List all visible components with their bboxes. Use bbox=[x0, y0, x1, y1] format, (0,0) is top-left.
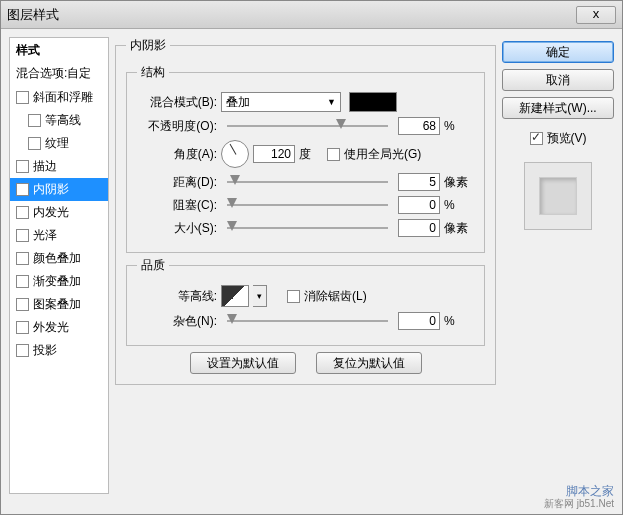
noise-unit: % bbox=[444, 314, 474, 328]
sidebar-item-6[interactable]: 光泽 bbox=[10, 224, 108, 247]
styles-sidebar: 样式 混合选项:自定 斜面和浮雕等高线纹理描边内阴影内发光光泽颜色叠加渐变叠加图… bbox=[9, 37, 109, 494]
close-button[interactable]: x bbox=[576, 6, 616, 24]
sidebar-label-5: 内发光 bbox=[33, 204, 69, 221]
preview-swatch bbox=[539, 177, 577, 215]
distance-slider[interactable] bbox=[227, 175, 388, 189]
structure-fieldset: 结构 混合模式(B): 叠加 不透明度(O): 68 % 角度(A): bbox=[126, 64, 485, 253]
sidebar-label-1: 等高线 bbox=[45, 112, 81, 129]
opacity-slider[interactable] bbox=[227, 119, 388, 133]
sidebar-label-8: 渐变叠加 bbox=[33, 273, 81, 290]
sidebar-header: 样式 bbox=[10, 38, 108, 63]
sidebar-item-5[interactable]: 内发光 bbox=[10, 201, 108, 224]
sidebar-checkbox-11[interactable] bbox=[16, 344, 29, 357]
preview-checkbox[interactable] bbox=[530, 132, 543, 145]
sidebar-label-3: 描边 bbox=[33, 158, 57, 175]
sidebar-checkbox-4[interactable] bbox=[16, 183, 29, 196]
sidebar-checkbox-10[interactable] bbox=[16, 321, 29, 334]
sidebar-item-3[interactable]: 描边 bbox=[10, 155, 108, 178]
main-fieldset: 内阴影 结构 混合模式(B): 叠加 不透明度(O): 68 % bbox=[115, 37, 496, 385]
distance-input[interactable]: 5 bbox=[398, 173, 440, 191]
contour-picker[interactable] bbox=[221, 285, 249, 307]
quality-fieldset: 品质 等高线: 消除锯齿(L) 杂色(N): 0 % bbox=[126, 257, 485, 346]
watermark: 脚本之家 新客网 jb51.Net bbox=[544, 484, 614, 510]
size-input[interactable]: 0 bbox=[398, 219, 440, 237]
blendmode-label: 混合模式(B): bbox=[137, 94, 217, 111]
sidebar-checkbox-9[interactable] bbox=[16, 298, 29, 311]
sidebar-item-2[interactable]: 纹理 bbox=[10, 132, 108, 155]
global-light-label: 使用全局光(G) bbox=[344, 146, 421, 163]
right-panel: 确定 取消 新建样式(W)... 预览(V) bbox=[502, 37, 614, 494]
sidebar-label-11: 投影 bbox=[33, 342, 57, 359]
sidebar-item-1[interactable]: 等高线 bbox=[10, 109, 108, 132]
choke-input[interactable]: 0 bbox=[398, 196, 440, 214]
sidebar-item-9[interactable]: 图案叠加 bbox=[10, 293, 108, 316]
cancel-button[interactable]: 取消 bbox=[502, 69, 614, 91]
sidebar-item-10[interactable]: 外发光 bbox=[10, 316, 108, 339]
size-label: 大小(S): bbox=[137, 220, 217, 237]
sidebar-item-4[interactable]: 内阴影 bbox=[10, 178, 108, 201]
window-title: 图层样式 bbox=[7, 6, 576, 24]
sidebar-label-4: 内阴影 bbox=[33, 181, 69, 198]
sidebar-checkbox-1[interactable] bbox=[28, 114, 41, 127]
size-unit: 像素 bbox=[444, 220, 474, 237]
blending-options[interactable]: 混合选项:自定 bbox=[10, 63, 108, 86]
sidebar-label-9: 图案叠加 bbox=[33, 296, 81, 313]
opacity-label: 不透明度(O): bbox=[137, 118, 217, 135]
choke-label: 阻塞(C): bbox=[137, 197, 217, 214]
ok-button[interactable]: 确定 bbox=[502, 41, 614, 63]
antialias-label: 消除锯齿(L) bbox=[304, 288, 367, 305]
size-slider[interactable] bbox=[227, 221, 388, 235]
panel-title: 内阴影 bbox=[126, 37, 170, 54]
preview-box bbox=[524, 162, 592, 230]
structure-legend: 结构 bbox=[137, 64, 169, 81]
antialias-checkbox[interactable] bbox=[287, 290, 300, 303]
quality-legend: 品质 bbox=[137, 257, 169, 274]
settings-panel: 内阴影 结构 混合模式(B): 叠加 不透明度(O): 68 % bbox=[115, 37, 496, 494]
blendmode-select[interactable]: 叠加 bbox=[221, 92, 341, 112]
angle-unit: 度 bbox=[299, 146, 311, 163]
sidebar-checkbox-2[interactable] bbox=[28, 137, 41, 150]
sidebar-checkbox-5[interactable] bbox=[16, 206, 29, 219]
sidebar-label-0: 斜面和浮雕 bbox=[33, 89, 93, 106]
distance-unit: 像素 bbox=[444, 174, 474, 191]
sidebar-item-0[interactable]: 斜面和浮雕 bbox=[10, 86, 108, 109]
sidebar-label-10: 外发光 bbox=[33, 319, 69, 336]
contour-dropdown[interactable] bbox=[253, 285, 267, 307]
sidebar-item-11[interactable]: 投影 bbox=[10, 339, 108, 362]
color-swatch[interactable] bbox=[349, 92, 397, 112]
noise-slider[interactable] bbox=[227, 314, 388, 328]
choke-slider[interactable] bbox=[227, 198, 388, 212]
sidebar-item-7[interactable]: 颜色叠加 bbox=[10, 247, 108, 270]
reset-default-button[interactable]: 复位为默认值 bbox=[316, 352, 422, 374]
sidebar-label-6: 光泽 bbox=[33, 227, 57, 244]
noise-label: 杂色(N): bbox=[137, 313, 217, 330]
opacity-unit: % bbox=[444, 119, 474, 133]
sidebar-label-2: 纹理 bbox=[45, 135, 69, 152]
sidebar-checkbox-3[interactable] bbox=[16, 160, 29, 173]
global-light-checkbox[interactable] bbox=[327, 148, 340, 161]
preview-label: 预览(V) bbox=[547, 130, 587, 147]
noise-input[interactable]: 0 bbox=[398, 312, 440, 330]
angle-label: 角度(A): bbox=[137, 146, 217, 163]
sidebar-checkbox-6[interactable] bbox=[16, 229, 29, 242]
sidebar-checkbox-7[interactable] bbox=[16, 252, 29, 265]
sidebar-checkbox-8[interactable] bbox=[16, 275, 29, 288]
sidebar-label-7: 颜色叠加 bbox=[33, 250, 81, 267]
choke-unit: % bbox=[444, 198, 474, 212]
contour-label: 等高线: bbox=[137, 288, 217, 305]
angle-dial[interactable] bbox=[221, 140, 249, 168]
sidebar-item-8[interactable]: 渐变叠加 bbox=[10, 270, 108, 293]
new-style-button[interactable]: 新建样式(W)... bbox=[502, 97, 614, 119]
distance-label: 距离(D): bbox=[137, 174, 217, 191]
opacity-input[interactable]: 68 bbox=[398, 117, 440, 135]
sidebar-checkbox-0[interactable] bbox=[16, 91, 29, 104]
angle-input[interactable]: 120 bbox=[253, 145, 295, 163]
titlebar[interactable]: 图层样式 x bbox=[1, 1, 622, 29]
layer-style-dialog: 图层样式 x 样式 混合选项:自定 斜面和浮雕等高线纹理描边内阴影内发光光泽颜色… bbox=[0, 0, 623, 515]
set-default-button[interactable]: 设置为默认值 bbox=[190, 352, 296, 374]
